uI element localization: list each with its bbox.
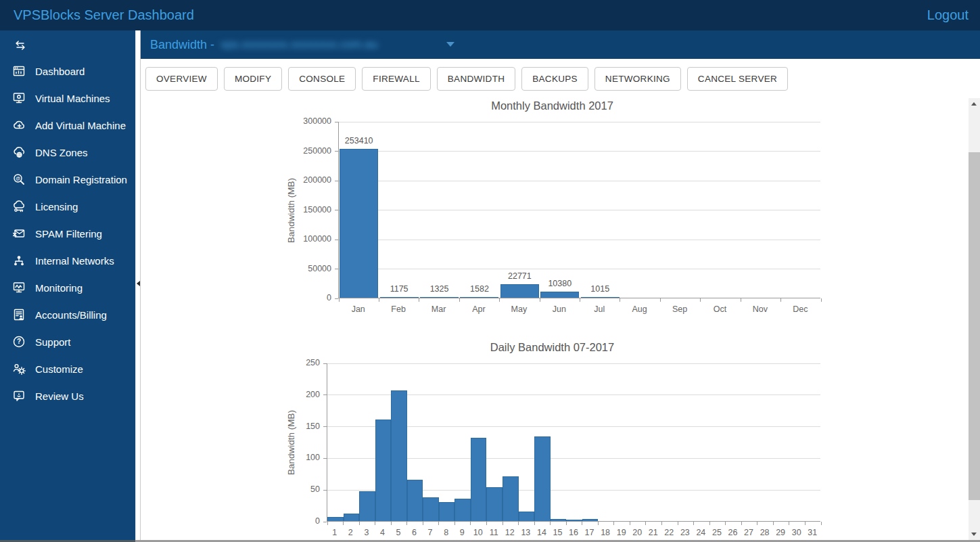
- x-tick-mark: [518, 522, 519, 525]
- sidebar-item-label: Virtual Machines: [35, 93, 110, 104]
- y-tick-mark: [335, 210, 338, 210]
- virtual-machines-icon: [12, 91, 26, 105]
- tab-overview[interactable]: OVERVIEW: [145, 67, 218, 91]
- bar: [340, 149, 378, 298]
- x-tick-label: 29: [776, 528, 785, 537]
- gridline: [339, 210, 820, 210]
- y-axis-ticks: 050100150200250: [298, 363, 327, 522]
- sidebar-item-monitoring[interactable]: Monitoring: [0, 274, 135, 301]
- tab-modify[interactable]: MODIFY: [224, 67, 282, 91]
- x-tick-label: 7: [428, 528, 433, 537]
- y-tick-mark: [335, 151, 338, 152]
- sidebar-item-label: Dashboard: [35, 66, 85, 77]
- sidebar-collapse-button[interactable]: [0, 30, 135, 58]
- bar: [551, 519, 567, 521]
- chart-body: Bandwidth (MB)05000010000015000020000025…: [284, 122, 820, 298]
- value-label: 1582: [470, 284, 489, 294]
- x-tick-mark: [503, 522, 503, 525]
- sidebar-item-review-us[interactable]: Review Us: [0, 382, 135, 409]
- sidebar-item-spam-filtering[interactable]: SPAM Filtering: [0, 220, 135, 247]
- x-tick-mark: [454, 522, 455, 525]
- scrollbar-up-button[interactable]: [969, 98, 980, 110]
- collapse-handle-icon[interactable]: [137, 281, 140, 286]
- bar: [454, 499, 471, 521]
- x-tick-label: 23: [680, 528, 690, 537]
- y-tick-mark: [335, 181, 338, 181]
- plot-area: 25341011751325158222771103801015: [338, 122, 820, 298]
- x-tick-mark: [438, 522, 439, 525]
- add-virtual-machine-icon: [12, 118, 26, 132]
- sidebar-item-label: Monitoring: [35, 282, 83, 294]
- sidebar-item-label: DNS Zones: [35, 147, 88, 158]
- y-tick-label: 200: [306, 390, 320, 399]
- y-tick-mark: [323, 394, 327, 395]
- sidebar-item-support[interactable]: ?Support: [0, 328, 135, 355]
- x-tick-mark: [693, 522, 694, 525]
- x-tick-mark: [630, 522, 630, 525]
- sidebar-item-internal-networks[interactable]: Internal Networks: [0, 247, 135, 274]
- scrollbar-down-button[interactable]: [969, 528, 980, 540]
- tab-networking[interactable]: NETWORKING: [594, 67, 681, 91]
- sidebar-item-dashboard[interactable]: Dashboard: [0, 58, 135, 85]
- y-tick-mark: [335, 122, 338, 122]
- x-tick-mark: [406, 522, 407, 525]
- gridline: [339, 181, 820, 181]
- x-tick-mark: [660, 298, 661, 302]
- x-axis-labels: 1234567891011121314151617181920212223242…: [327, 528, 820, 540]
- x-tick-label: 11: [490, 528, 498, 537]
- x-tick-label: 3: [364, 528, 369, 537]
- value-label: 1325: [430, 284, 449, 294]
- tab-backups[interactable]: BACKUPS: [521, 67, 588, 91]
- sidebar-item-label: SPAM Filtering: [35, 228, 102, 240]
- vertical-scrollbar[interactable]: [969, 98, 980, 542]
- sidebar-item-virtual-machines[interactable]: Virtual Machines: [0, 85, 135, 112]
- tab-bandwidth[interactable]: BANDWIDTH: [437, 67, 515, 91]
- tab-cancel-server[interactable]: CANCEL SERVER: [687, 67, 788, 91]
- tab-firewall[interactable]: FIREWALL: [362, 67, 430, 91]
- sidebar: DashboardVirtual MachinesAdd Virtual Mac…: [0, 30, 135, 542]
- sidebar-item-customize[interactable]: Customize: [0, 355, 135, 382]
- x-tick-mark: [327, 522, 328, 525]
- server-name-redacted: vps.xxxxxxxx.xxxxxxxx.com.au: [220, 38, 377, 51]
- sidebar-item-label: Customize: [35, 363, 83, 375]
- bar: [534, 436, 551, 521]
- x-tick-mark: [379, 298, 379, 302]
- bar: [582, 519, 599, 521]
- collapse-arrows-icon: [14, 39, 27, 52]
- sidebar-item-dns-zones[interactable]: DNS Zones: [0, 139, 135, 166]
- sidebar-item-label: Add Virtual Machine: [35, 120, 126, 131]
- bar: [460, 297, 498, 298]
- scrollbar-thumb[interactable]: [969, 152, 980, 500]
- x-tick-label: Jan: [352, 304, 365, 314]
- x-tick-mark: [805, 522, 806, 525]
- x-tick-label: 16: [569, 528, 578, 537]
- x-tick-mark: [499, 298, 500, 302]
- x-tick-mark: [741, 298, 741, 302]
- x-tick-label: 5: [396, 528, 400, 537]
- x-tick-mark: [789, 522, 789, 525]
- y-tick-label: 200000: [303, 175, 331, 185]
- sidebar-item-label: Accounts/Billing: [35, 309, 107, 321]
- server-selector-bar[interactable]: Bandwidth - vps.xxxxxxxx.xxxxxxxx.com.au: [141, 30, 980, 59]
- x-tick-label: 27: [744, 528, 753, 537]
- sidebar-item-domain-registration[interactable]: @Domain Registration: [0, 166, 135, 193]
- x-tick-label: Aug: [632, 304, 647, 314]
- tabs-row: OVERVIEWMODIFYCONSOLEFIREWALLBANDWIDTHBA…: [145, 67, 980, 91]
- review-us-icon: [12, 389, 26, 403]
- tab-console[interactable]: CONSOLE: [288, 67, 356, 91]
- sidebar-item-accounts-billing[interactable]: Accounts/Billing: [0, 301, 135, 328]
- domain-registration-icon: @: [12, 173, 26, 186]
- dropdown-caret-icon[interactable]: [446, 42, 454, 47]
- sidebar-item-add-virtual-machine[interactable]: Add Virtual Machine: [0, 112, 135, 139]
- x-tick-label: 2: [348, 528, 353, 537]
- chart-title: Daily Bandwidth 07-2017: [284, 341, 820, 355]
- x-tick-mark: [343, 522, 344, 525]
- bar: [519, 512, 535, 521]
- y-tick-label: 150000: [303, 205, 331, 214]
- sidebar-item-licensing[interactable]: Licensing: [0, 193, 135, 220]
- x-tick-label: Jun: [553, 304, 566, 314]
- chart-title: Monthly Bandwidth 2017: [284, 99, 820, 113]
- sidebar-resize-divider[interactable]: [135, 30, 141, 542]
- logout-link[interactable]: Logout: [927, 7, 969, 23]
- value-label: 10380: [548, 279, 571, 288]
